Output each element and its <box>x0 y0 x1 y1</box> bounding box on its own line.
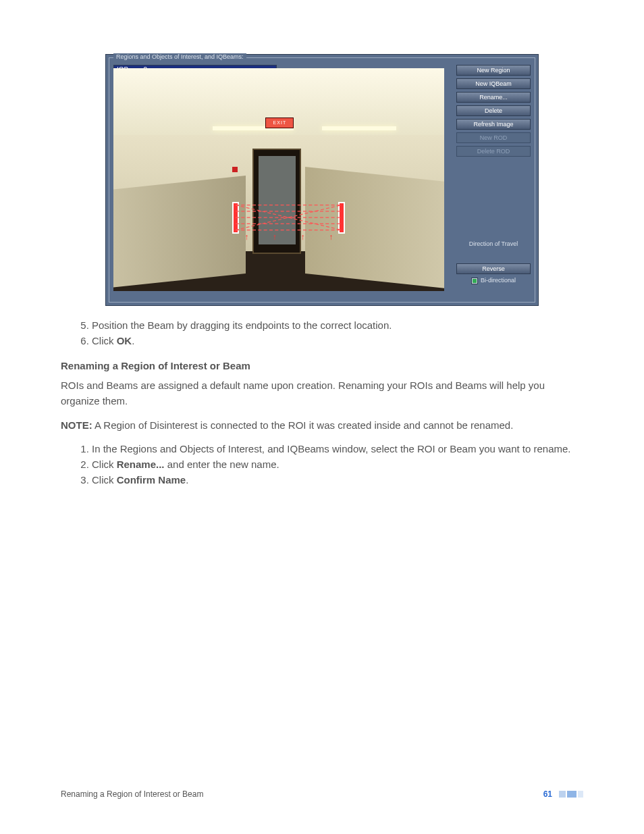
arrow-up-icon: ↑ <box>273 232 277 243</box>
list-step: Position the Beam by dragging its endpoi… <box>92 319 583 331</box>
list-step: Click OK. <box>92 335 583 346</box>
camera-preview: EXIT <box>113 68 444 291</box>
button-column: New Region New IQBeam Rename... Delete R… <box>456 65 531 284</box>
delete-rod-button: Delete ROD <box>456 146 531 157</box>
step-text: Click <box>92 335 117 346</box>
list-step: In the Regions and Objects of Interest, … <box>92 443 583 454</box>
document-page: Regions and Objects of Interest, and IQB… <box>0 0 644 834</box>
step-text: . <box>132 335 134 346</box>
footer-title: Renaming a Region of Interest or Beam <box>61 789 203 799</box>
step-text: In the Regions and Objects of Interest, … <box>92 443 571 454</box>
app-screenshot: Regions and Objects of Interest, and IQB… <box>105 54 539 306</box>
step-text: Position the Beam by dragging its endpoi… <box>92 319 392 331</box>
arrow-up-icon: ↑ <box>244 232 248 243</box>
new-iqbeam-button[interactable]: New IQBeam <box>456 78 531 89</box>
step-text: Click <box>92 474 117 486</box>
iqbeam-overlay[interactable]: ↑ ↑ ↑ ↑ <box>232 202 345 233</box>
exit-sign: EXIT <box>265 118 294 128</box>
section-heading: Renaming a Region of Interest or Beam <box>61 360 583 371</box>
step-text: . <box>186 474 188 486</box>
paragraph: ROIs and Beams are assigned a default na… <box>61 378 583 409</box>
fire-alarm-icon <box>232 167 238 172</box>
steps-list-b: In the Regions and Objects of Interest, … <box>61 443 583 486</box>
steps-list-a: Position the Beam by dragging its endpoi… <box>61 319 583 346</box>
note-text: A Region of Disinterest is connected to … <box>92 419 514 431</box>
beam-lines-icon <box>232 202 345 233</box>
rename-button[interactable]: Rename... <box>456 92 531 103</box>
note-label: NOTE: <box>61 419 92 431</box>
new-region-button[interactable]: New Region <box>456 65 531 76</box>
direction-of-travel-label: Direction of Travel <box>456 240 531 249</box>
checkbox-icon <box>471 278 478 284</box>
bidirectional-checkbox-row[interactable]: Bi-directional <box>456 277 531 285</box>
arrow-up-icon: ↑ <box>329 232 333 243</box>
footer-logo-icon <box>559 791 583 798</box>
page-number: 61 <box>543 789 552 799</box>
delete-button[interactable]: Delete <box>456 105 531 116</box>
step-text: Click <box>92 459 117 470</box>
page-footer: Renaming a Region of Interest or Beam 61 <box>61 789 583 799</box>
step-bold: Rename... <box>117 459 165 470</box>
bidirectional-label: Bi-directional <box>481 277 516 285</box>
refresh-image-button[interactable]: Refresh Image <box>456 119 531 130</box>
note-paragraph: NOTE: A Region of Disinterest is connect… <box>61 418 583 434</box>
step-bold: OK <box>117 335 132 346</box>
list-step: Click Rename... and enter the new name. <box>92 459 583 470</box>
reverse-button[interactable]: Reverse <box>456 263 531 274</box>
arrow-up-icon: ↑ <box>300 232 304 243</box>
direction-arrows: ↑ ↑ ↑ ↑ <box>232 232 345 243</box>
svg-rect-1 <box>473 279 477 283</box>
roi-groupbox: Regions and Objects of Interest, and IQB… <box>109 57 535 303</box>
new-rod-button: New ROD <box>456 132 531 143</box>
step-text: and enter the new name. <box>165 459 279 470</box>
groupbox-label: Regions and Objects of Interest, and IQB… <box>113 53 246 61</box>
list-step: Click Confirm Name. <box>92 474 583 486</box>
step-bold: Confirm Name <box>117 474 186 486</box>
